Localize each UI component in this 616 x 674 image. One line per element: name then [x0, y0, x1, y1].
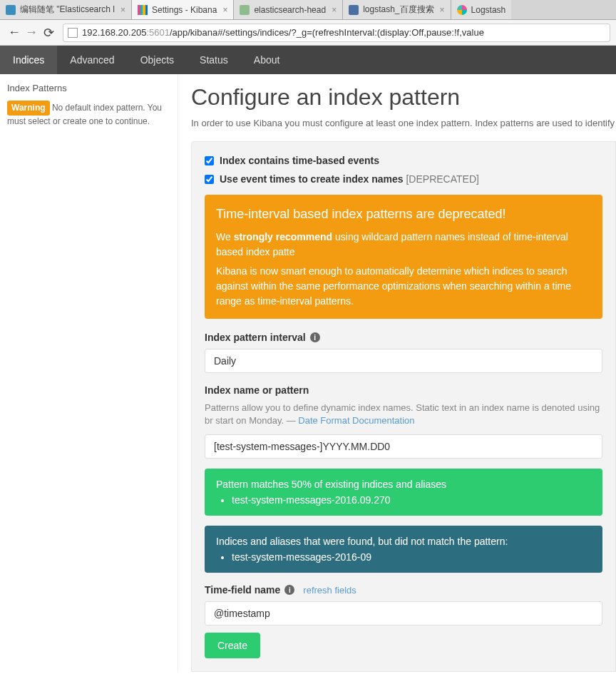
tab-label: Logstash: [471, 5, 506, 15]
address-bar: ← → ⟳ 192.168.20.205:5601/app/kibana#/se…: [0, 20, 616, 46]
timefield-select[interactable]: @timestamp: [205, 601, 602, 626]
nav-about[interactable]: About: [241, 46, 293, 74]
refresh-fields-link[interactable]: refresh fields: [303, 585, 356, 596]
deprecated-tag: [DEPRECATED]: [404, 173, 479, 185]
create-button[interactable]: Create: [205, 633, 260, 658]
tab-label: logstash_百度搜索: [363, 4, 433, 16]
checkbox-event-times[interactable]: Use event times to create index names [D…: [205, 173, 602, 185]
deprecated-alert: Time-interval based index patterns are d…: [205, 195, 602, 319]
date-format-doc-link[interactable]: Date Format Documentation: [298, 415, 414, 426]
checkbox-label: Index contains time-based events: [220, 155, 379, 166]
nav-objects[interactable]: Objects: [128, 46, 187, 74]
match-success-alert: Pattern matches 50% of existing indices …: [205, 469, 602, 516]
reload-button[interactable]: ⟳: [40, 24, 57, 41]
interval-label: Index pattern interval i: [205, 332, 602, 343]
browser-tab[interactable]: logstash_百度搜索 ×: [343, 0, 451, 19]
checkbox-label: Use event times to create index names: [220, 173, 404, 185]
info-icon[interactable]: i: [310, 332, 320, 342]
alert-body-2: Kibana is now smart enough to automatica…: [216, 264, 591, 309]
browser-tab[interactable]: 编辑随笔 "Elasticsearch l ×: [0, 0, 132, 19]
tab-label: 编辑随笔 "Elasticsearch l: [20, 4, 115, 16]
info-icon[interactable]: i: [284, 585, 294, 595]
nav-advanced[interactable]: Advanced: [57, 46, 127, 74]
match-fail-title: Indices and aliases that were found, but…: [216, 536, 591, 547]
sidebar: Index Patterns Warning No default index …: [0, 74, 178, 672]
tab-label: elasticsearch-head: [254, 5, 326, 15]
browser-tab-strip: 编辑随笔 "Elasticsearch l × Settings - Kiban…: [0, 0, 616, 20]
sidebar-title: Index Patterns: [7, 83, 170, 93]
close-icon[interactable]: ×: [120, 5, 125, 15]
favicon-icon: [240, 5, 250, 15]
warning-badge: Warning: [7, 101, 50, 116]
alert-title: Time-interval based index patterns are d…: [216, 205, 591, 224]
match-success-title: Pattern matches 50% of existing indices …: [216, 479, 591, 490]
page-title: Configure an index pattern: [191, 84, 616, 111]
url-host: 192.168.20.205: [82, 27, 146, 38]
app-nav: Indices Advanced Objects Status About: [0, 46, 616, 74]
name-label: Index name or pattern: [205, 384, 602, 396]
nav-status[interactable]: Status: [187, 46, 241, 74]
sidebar-warning: Warning No default index pattern. You mu…: [7, 101, 170, 128]
interval-select[interactable]: Daily: [205, 349, 602, 373]
browser-tab[interactable]: elasticsearch-head ×: [234, 0, 343, 19]
main-content: Configure an index pattern In order to u…: [178, 74, 616, 672]
timefield-label: Time-field name i refresh fields: [205, 584, 602, 596]
favicon-icon: [457, 5, 467, 15]
back-button[interactable]: ←: [6, 24, 23, 41]
favicon-icon: [349, 5, 359, 15]
url-input[interactable]: 192.168.20.205:5601/app/kibana#/settings…: [63, 24, 610, 42]
checkbox-time-based-input[interactable]: [205, 156, 214, 165]
match-fail-item: test-system-messages-2016-09: [232, 551, 591, 563]
favicon-icon: [138, 5, 148, 15]
page-intro: In order to use Kibana you must configur…: [191, 118, 616, 128]
checkbox-event-times-input[interactable]: [205, 175, 214, 184]
tab-label: Settings - Kibana: [152, 5, 217, 15]
close-icon[interactable]: ×: [222, 5, 227, 15]
page-icon: [68, 28, 78, 38]
forward-button[interactable]: →: [23, 24, 40, 41]
close-icon[interactable]: ×: [332, 5, 337, 15]
url-path: /app/kibana#/settings/indices/?_g=(refre…: [170, 27, 484, 38]
alert-body-1: We strongly recommend using wildcard pat…: [216, 230, 591, 260]
index-name-input[interactable]: [205, 434, 602, 459]
url-port: :5601: [146, 27, 170, 38]
match-success-item: test-system-messages-2016.09.270: [232, 494, 591, 506]
browser-tab-active[interactable]: Settings - Kibana ×: [132, 0, 234, 19]
favicon-icon: [6, 5, 16, 15]
config-panel: Index contains time-based events Use eve…: [191, 141, 616, 672]
name-helper: Patterns allow you to define dynamic ind…: [205, 402, 602, 427]
match-fail-alert: Indices and aliases that were found, but…: [205, 526, 602, 573]
checkbox-time-based[interactable]: Index contains time-based events: [205, 155, 602, 166]
nav-indices[interactable]: Indices: [0, 46, 57, 74]
close-icon[interactable]: ×: [440, 5, 445, 15]
browser-tab[interactable]: Logstash: [451, 0, 512, 19]
